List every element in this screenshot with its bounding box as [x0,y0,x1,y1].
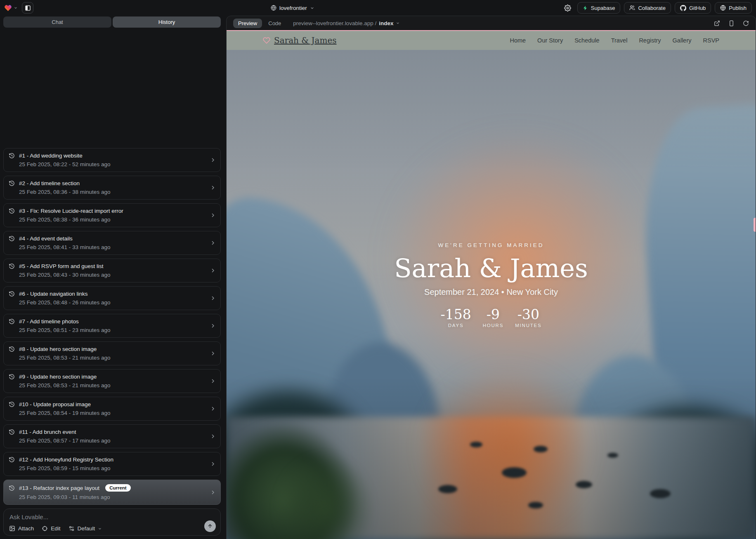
open-in-new-tab-button[interactable] [714,20,720,26]
smartphone-icon [728,20,735,26]
collaborate-button[interactable]: Collaborate [624,2,671,14]
tab-history[interactable]: History [113,16,221,28]
history-icon [9,208,15,214]
history-item-timestamp: 25 Feb 2025, 08:57 - 17 minutes ago [19,438,208,444]
external-link-icon [714,20,720,26]
history-item-timestamp: 25 Feb 2025, 08:53 - 21 minutes ago [19,382,208,388]
chevron-right-icon [210,240,216,246]
history-item[interactable]: #8 - Update hero section image 25 Feb 20… [3,341,221,365]
history-item[interactable]: #12 - Add Honeyfund Registry Section 25 … [3,452,221,476]
sliders-icon [69,525,75,532]
chevron-right-icon [210,295,216,301]
countdown-item: -158 DAYS [440,307,471,328]
preview-url[interactable]: preview--lovefrontier.lovable.app / inde… [293,20,400,26]
tab-preview[interactable]: Preview [233,19,262,28]
tab-chat[interactable]: Chat [3,16,111,28]
history-item-timestamp: 25 Feb 2025, 08:53 - 21 minutes ago [19,355,208,361]
history-item-timestamp: 25 Feb 2025, 08:22 - 52 minutes ago [19,161,208,167]
project-selector[interactable]: lovefrontier [271,0,314,16]
history-item[interactable]: #10 - Update proposal image 25 Feb 2025,… [3,397,221,421]
hero-date-location: September 21, 2024 • New York City [227,287,756,297]
publish-button[interactable]: Publish [715,2,752,14]
countdown-label: DAYS [440,323,471,328]
chevron-right-icon [210,405,216,412]
chevron-right-icon [210,212,216,219]
scrollbar-thumb[interactable] [754,218,756,232]
history-item[interactable]: #9 - Update hero section image 25 Feb 20… [3,369,221,393]
site-nav-link[interactable]: Registry [639,37,661,44]
ask-lovable-input[interactable] [9,513,153,520]
globe-icon [271,5,276,11]
history-item-timestamp: 25 Feb 2025, 09:03 - 11 minutes ago [19,494,208,500]
preview-toolbar: Preview Code preview--lovefrontier.lovab… [227,16,756,30]
site-nav-link[interactable]: Home [510,37,526,44]
history-item-timestamp: 25 Feb 2025, 08:38 - 36 minutes ago [19,217,208,223]
hero-eyebrow: WE'RE GETTING MARRIED [227,242,756,248]
site-nav-link[interactable]: Schedule [574,37,599,44]
edit-button[interactable]: Edit [42,525,60,532]
history-item-title: #13 - Refactor index page layout [19,485,99,491]
site-nav-link[interactable]: Our Story [537,37,563,44]
lovable-app: lovefrontier Supabase [0,0,756,539]
history-icon [9,485,15,491]
attach-button[interactable]: Attach [9,525,34,532]
history-icon [9,346,15,352]
history-item[interactable]: #4 - Add event details 25 Feb 2025, 08:4… [3,231,221,255]
history-item-timestamp: 25 Feb 2025, 08:48 - 26 minutes ago [19,299,208,306]
history-item-title: #6 - Update navigation links [19,291,88,297]
github-button[interactable]: GitHub [675,2,711,14]
history-item-title: #3 - Fix: Resolve Lucide-react import er… [19,208,123,214]
history-item[interactable]: #3 - Fix: Resolve Lucide-react import er… [3,203,221,227]
site-logo[interactable]: Sarah & James [263,35,337,45]
history-item[interactable]: #7 - Add timeline photos 25 Feb 2025, 08… [3,314,221,338]
history-item-timestamp: 25 Feb 2025, 08:54 - 19 minutes ago [19,410,208,416]
countdown-label: HOURS [483,323,504,328]
chevron-right-icon [210,267,216,274]
site-nav: HomeOur StoryScheduleTravelRegistryGalle… [510,37,719,44]
history-item-timestamp: 25 Feb 2025, 08:43 - 30 minutes ago [19,272,208,278]
tab-code[interactable]: Code [268,20,281,26]
arrow-up-icon [207,523,213,529]
refresh-button[interactable] [743,20,749,26]
chevron-right-icon [210,322,216,329]
supabase-button[interactable]: Supabase [577,2,621,14]
history-item-title: #8 - Update hero section image [19,346,97,352]
history-icon [9,457,15,463]
history-item-title: #12 - Add Honeyfund Registry Section [19,457,113,463]
site-nav-link[interactable]: Travel [611,37,628,44]
history-item-timestamp: 25 Feb 2025, 08:36 - 38 minutes ago [19,189,208,195]
history-icon [9,318,15,325]
globe-icon [720,5,726,11]
site-nav-link[interactable]: RSVP [703,37,720,44]
hero-names: Sarah & James [227,254,756,283]
history-icon [9,153,15,159]
countdown-value: -30 [515,307,541,322]
site-nav-link[interactable]: Gallery [673,37,692,44]
heart-outline-icon [263,37,270,44]
history-item[interactable]: #11 - Add brunch event 25 Feb 2025, 08:5… [3,424,221,448]
history-item[interactable]: #13 - Refactor index page layout Current… [3,480,221,505]
mode-select[interactable]: Default [69,525,102,532]
site-top-accent-line [227,30,756,31]
sidebar-toggle-button[interactable] [22,2,33,14]
chevron-right-icon [210,378,216,384]
history-item[interactable]: #1 - Add wedding website 25 Feb 2025, 08… [3,148,221,172]
prompt-box: Attach Edit [3,508,221,536]
mobile-view-button[interactable] [728,20,735,26]
history-icon [9,263,15,269]
preview-url-host: preview--lovefrontier.lovable.app / [293,20,376,26]
history-item[interactable]: #5 - Add RSVP form and guest list 25 Feb… [3,259,221,282]
send-button[interactable] [204,520,216,532]
lovable-logo-menu[interactable] [4,4,18,12]
chevron-right-icon [210,350,216,357]
settings-button[interactable] [562,2,574,14]
countdown-value: -9 [483,307,504,322]
history-item[interactable]: #2 - Add timeline section 25 Feb 2025, 0… [3,176,221,200]
history-item-title: #1 - Add wedding website [19,153,83,159]
history-item[interactable]: #6 - Update navigation links 25 Feb 2025… [3,286,221,310]
countdown: -158 DAYS -9 HOURS -30 MINUTES [227,307,756,328]
supabase-bolt-icon [583,5,588,11]
history-item-timestamp: 25 Feb 2025, 08:59 - 15 minutes ago [19,465,208,471]
history-item-title: #9 - Update hero section image [19,374,97,380]
history-item-timestamp: 25 Feb 2025, 08:41 - 33 minutes ago [19,244,208,250]
